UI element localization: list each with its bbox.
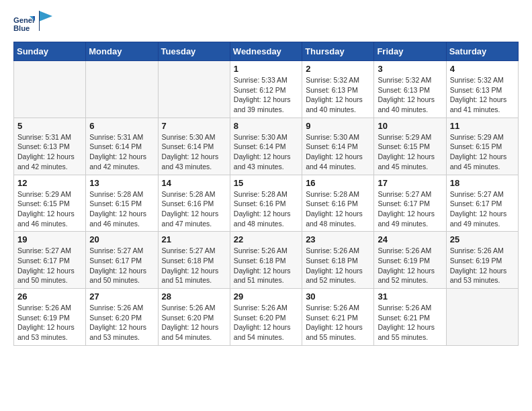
day-number: 15 (234, 178, 298, 188)
day-info: Sunrise: 5:28 AM Sunset: 6:16 PM Dayligh… (306, 189, 370, 229)
calendar-cell: 8Sunrise: 5:30 AM Sunset: 6:14 PM Daylig… (230, 118, 302, 175)
day-info: Sunrise: 5:30 AM Sunset: 6:14 PM Dayligh… (306, 132, 370, 172)
calendar-cell (158, 61, 230, 118)
day-number: 21 (162, 234, 226, 244)
day-number: 17 (378, 178, 442, 188)
day-number: 3 (378, 64, 442, 74)
day-number: 1 (234, 64, 298, 74)
day-info: Sunrise: 5:29 AM Sunset: 6:15 PM Dayligh… (450, 132, 515, 172)
calendar-cell (446, 289, 518, 346)
day-number: 6 (89, 121, 154, 131)
day-info: Sunrise: 5:32 AM Sunset: 6:13 PM Dayligh… (378, 75, 442, 115)
day-info: Sunrise: 5:26 AM Sunset: 6:18 PM Dayligh… (234, 246, 298, 285)
day-number: 30 (306, 291, 370, 302)
calendar-cell: 15Sunrise: 5:28 AM Sunset: 6:16 PM Dayli… (230, 175, 302, 232)
day-number: 16 (306, 178, 370, 188)
day-number: 7 (162, 121, 226, 131)
calendar-header-thursday: Thursday (302, 42, 374, 61)
day-number: 12 (17, 178, 82, 188)
day-info: Sunrise: 5:27 AM Sunset: 6:17 PM Dayligh… (17, 246, 82, 285)
calendar-cell: 13Sunrise: 5:28 AM Sunset: 6:15 PM Dayli… (86, 175, 158, 232)
calendar-week-row: 26Sunrise: 5:26 AM Sunset: 6:19 PM Dayli… (14, 289, 519, 346)
day-number: 28 (162, 291, 226, 302)
calendar-cell: 21Sunrise: 5:27 AM Sunset: 6:18 PM Dayli… (158, 232, 230, 289)
calendar-cell (86, 61, 158, 118)
calendar-cell: 11Sunrise: 5:29 AM Sunset: 6:15 PM Dayli… (446, 118, 518, 175)
calendar-cell: 22Sunrise: 5:26 AM Sunset: 6:18 PM Dayli… (230, 232, 302, 289)
day-number: 29 (234, 291, 298, 302)
day-info: Sunrise: 5:27 AM Sunset: 6:17 PM Dayligh… (89, 246, 154, 285)
calendar-cell: 9Sunrise: 5:30 AM Sunset: 6:14 PM Daylig… (302, 118, 374, 175)
logo: General Blue (13, 13, 55, 35)
calendar-header-sunday: Sunday (14, 42, 86, 61)
calendar-week-row: 1Sunrise: 5:33 AM Sunset: 6:12 PM Daylig… (14, 61, 519, 118)
day-number: 31 (378, 291, 442, 302)
day-info: Sunrise: 5:32 AM Sunset: 6:13 PM Dayligh… (450, 75, 515, 115)
calendar-cell: 16Sunrise: 5:28 AM Sunset: 6:16 PM Dayli… (302, 175, 374, 232)
day-number: 5 (17, 121, 82, 131)
calendar-cell: 6Sunrise: 5:31 AM Sunset: 6:14 PM Daylig… (86, 118, 158, 175)
day-number: 2 (306, 64, 370, 74)
day-info: Sunrise: 5:29 AM Sunset: 6:15 PM Dayligh… (378, 132, 442, 172)
day-info: Sunrise: 5:26 AM Sunset: 6:18 PM Dayligh… (306, 246, 370, 285)
day-number: 25 (450, 234, 515, 244)
day-info: Sunrise: 5:33 AM Sunset: 6:12 PM Dayligh… (234, 75, 298, 115)
day-info: Sunrise: 5:26 AM Sunset: 6:21 PM Dayligh… (306, 303, 370, 342)
day-info: Sunrise: 5:26 AM Sunset: 6:19 PM Dayligh… (17, 303, 82, 342)
calendar-cell: 30Sunrise: 5:26 AM Sunset: 6:21 PM Dayli… (302, 289, 374, 346)
day-info: Sunrise: 5:28 AM Sunset: 6:15 PM Dayligh… (89, 189, 154, 229)
day-info: Sunrise: 5:26 AM Sunset: 6:20 PM Dayligh… (162, 303, 226, 342)
day-number: 20 (89, 234, 154, 244)
day-number: 27 (89, 291, 154, 302)
calendar-cell: 1Sunrise: 5:33 AM Sunset: 6:12 PM Daylig… (230, 61, 302, 118)
calendar-cell: 12Sunrise: 5:29 AM Sunset: 6:15 PM Dayli… (14, 175, 86, 232)
calendar-cell: 23Sunrise: 5:26 AM Sunset: 6:18 PM Dayli… (302, 232, 374, 289)
calendar-cell: 28Sunrise: 5:26 AM Sunset: 6:20 PM Dayli… (158, 289, 230, 346)
calendar-cell: 19Sunrise: 5:27 AM Sunset: 6:17 PM Dayli… (14, 232, 86, 289)
day-info: Sunrise: 5:31 AM Sunset: 6:13 PM Dayligh… (17, 132, 82, 172)
calendar-cell: 31Sunrise: 5:26 AM Sunset: 6:21 PM Dayli… (374, 289, 446, 346)
calendar-header-saturday: Saturday (446, 42, 518, 61)
calendar-cell: 3Sunrise: 5:32 AM Sunset: 6:13 PM Daylig… (374, 61, 446, 118)
calendar-week-row: 5Sunrise: 5:31 AM Sunset: 6:13 PM Daylig… (14, 118, 519, 175)
day-info: Sunrise: 5:30 AM Sunset: 6:14 PM Dayligh… (162, 132, 226, 172)
day-number: 19 (17, 234, 82, 244)
calendar-cell: 18Sunrise: 5:27 AM Sunset: 6:17 PM Dayli… (446, 175, 518, 232)
calendar-cell: 14Sunrise: 5:28 AM Sunset: 6:16 PM Dayli… (158, 175, 230, 232)
day-info: Sunrise: 5:26 AM Sunset: 6:19 PM Dayligh… (378, 246, 442, 285)
day-number: 8 (234, 121, 298, 131)
day-info: Sunrise: 5:26 AM Sunset: 6:20 PM Dayligh… (234, 303, 298, 342)
day-info: Sunrise: 5:28 AM Sunset: 6:16 PM Dayligh… (234, 189, 298, 229)
svg-marker-4 (39, 11, 52, 21)
calendar-cell: 4Sunrise: 5:32 AM Sunset: 6:13 PM Daylig… (446, 61, 518, 118)
day-info: Sunrise: 5:28 AM Sunset: 6:16 PM Dayligh… (162, 189, 226, 229)
day-info: Sunrise: 5:30 AM Sunset: 6:14 PM Dayligh… (234, 132, 298, 172)
calendar-cell: 27Sunrise: 5:26 AM Sunset: 6:20 PM Dayli… (86, 289, 158, 346)
logo-flag-icon (39, 11, 55, 31)
day-info: Sunrise: 5:32 AM Sunset: 6:13 PM Dayligh… (306, 75, 370, 115)
day-number: 13 (89, 178, 154, 188)
calendar-cell (14, 61, 86, 118)
calendar-cell: 26Sunrise: 5:26 AM Sunset: 6:19 PM Dayli… (14, 289, 86, 346)
day-info: Sunrise: 5:26 AM Sunset: 6:19 PM Dayligh… (450, 246, 515, 285)
calendar-cell: 10Sunrise: 5:29 AM Sunset: 6:15 PM Dayli… (374, 118, 446, 175)
day-number: 22 (234, 234, 298, 244)
day-number: 24 (378, 234, 442, 244)
calendar-week-row: 19Sunrise: 5:27 AM Sunset: 6:17 PM Dayli… (14, 232, 519, 289)
calendar-cell: 20Sunrise: 5:27 AM Sunset: 6:17 PM Dayli… (86, 232, 158, 289)
day-info: Sunrise: 5:26 AM Sunset: 6:21 PM Dayligh… (378, 303, 442, 342)
calendar-header-wednesday: Wednesday (230, 42, 302, 61)
calendar-header-monday: Monday (86, 42, 158, 61)
day-number: 18 (450, 178, 515, 188)
logo-icon: General Blue (13, 13, 35, 35)
calendar-cell: 17Sunrise: 5:27 AM Sunset: 6:17 PM Dayli… (374, 175, 446, 232)
day-number: 11 (450, 121, 515, 131)
day-number: 9 (306, 121, 370, 131)
day-info: Sunrise: 5:27 AM Sunset: 6:17 PM Dayligh… (450, 189, 515, 229)
day-info: Sunrise: 5:27 AM Sunset: 6:17 PM Dayligh… (378, 189, 442, 229)
calendar-cell: 24Sunrise: 5:26 AM Sunset: 6:19 PM Dayli… (374, 232, 446, 289)
calendar-cell: 5Sunrise: 5:31 AM Sunset: 6:13 PM Daylig… (14, 118, 86, 175)
calendar-header-friday: Friday (374, 42, 446, 61)
day-info: Sunrise: 5:26 AM Sunset: 6:20 PM Dayligh… (89, 303, 154, 342)
calendar-cell: 2Sunrise: 5:32 AM Sunset: 6:13 PM Daylig… (302, 61, 374, 118)
